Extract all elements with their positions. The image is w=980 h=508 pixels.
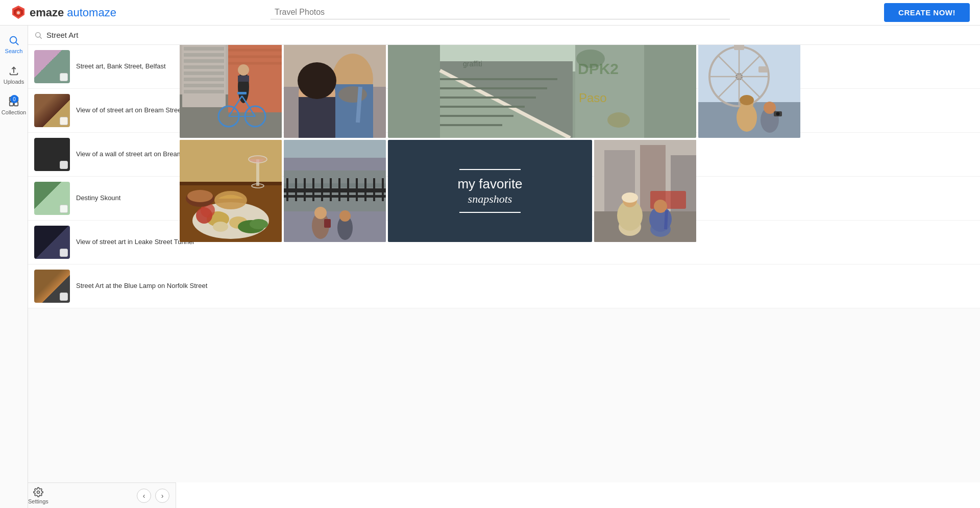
svg-rect-112 <box>356 178 358 201</box>
grid-cell-snapshots[interactable]: my favorite snapshots <box>388 140 592 242</box>
svg-rect-115 <box>382 178 384 201</box>
upload-icon <box>8 65 19 77</box>
svg-line-135 <box>666 210 667 229</box>
svg-rect-37 <box>237 92 247 94</box>
logo-icon <box>10 5 27 21</box>
svg-point-80 <box>776 112 780 116</box>
grid-cell-ferris[interactable] <box>698 36 800 138</box>
thumb-checkbox-2[interactable] <box>60 117 68 125</box>
svg-rect-18 <box>184 59 224 63</box>
sidebar-search-label: Search <box>5 48 23 54</box>
sidebar-item-search[interactable]: Search <box>0 31 28 58</box>
snapshots-text: my favorite snapshots <box>450 176 530 205</box>
settings-button[interactable]: Settings <box>28 487 48 504</box>
svg-rect-24 <box>228 36 282 112</box>
photo-thumb-1 <box>34 50 70 83</box>
photo-label-4: Destiny Skount <box>76 193 120 203</box>
photo-label-5: View of street art in Leake Street Tunne… <box>76 237 194 247</box>
svg-point-12 <box>37 491 39 493</box>
svg-rect-113 <box>364 178 366 201</box>
svg-rect-107 <box>312 178 314 201</box>
svg-rect-31 <box>238 76 249 82</box>
svg-rect-101 <box>284 183 386 187</box>
svg-line-46 <box>358 87 360 123</box>
svg-rect-23 <box>184 90 224 93</box>
sidebar-item-collection[interactable]: 0 Collection <box>0 92 28 119</box>
snapshots-top-line <box>459 169 521 170</box>
grid-cell-staircase[interactable]: graffiti DPK2 Paso <box>388 36 696 138</box>
sidebar-nav: Search Uploads 0 Collection <box>0 26 28 508</box>
thumb-checkbox-5[interactable] <box>60 249 68 257</box>
svg-point-91 <box>250 219 268 229</box>
thumb-checkbox-4[interactable] <box>60 205 68 213</box>
prev-page-button[interactable]: ‹ <box>137 489 151 503</box>
svg-point-97 <box>214 191 247 209</box>
svg-point-10 <box>36 32 40 37</box>
svg-point-96 <box>187 190 213 202</box>
grid-cell-walking[interactable] <box>284 140 386 242</box>
svg-rect-114 <box>373 178 375 201</box>
svg-rect-106 <box>304 178 306 201</box>
svg-point-3 <box>17 11 20 14</box>
svg-rect-15 <box>182 43 226 107</box>
presentation-title-input[interactable] <box>271 6 730 19</box>
svg-rect-22 <box>184 84 224 87</box>
svg-point-30 <box>238 64 249 76</box>
grid-cell-couple[interactable] <box>284 36 386 138</box>
photo-thumb-5 <box>34 226 70 259</box>
svg-point-4 <box>10 37 17 43</box>
svg-line-11 <box>40 37 42 39</box>
svg-point-120 <box>339 210 351 222</box>
svg-rect-20 <box>184 71 224 75</box>
svg-point-62 <box>576 50 605 68</box>
photo-list-item-6[interactable]: Street Art at the Blue Lamp on Norfolk S… <box>28 264 980 308</box>
grid-cell-bike-man[interactable] <box>180 36 282 138</box>
svg-line-5 <box>16 42 18 45</box>
svg-point-76 <box>740 95 754 105</box>
photo-thumb-2 <box>34 94 70 127</box>
search-bar <box>28 26 980 45</box>
search-icon <box>8 35 19 46</box>
svg-point-117 <box>314 207 327 219</box>
main-layout: Search Uploads 0 Collection <box>0 26 980 508</box>
svg-rect-105 <box>295 178 297 201</box>
svg-rect-44 <box>299 97 335 138</box>
thumb-checkbox-1[interactable] <box>60 73 68 81</box>
grid-cell-food[interactable] <box>180 140 282 242</box>
svg-rect-111 <box>347 178 349 201</box>
sidebar-item-uploads[interactable]: Uploads <box>0 61 28 89</box>
svg-text:graffiti: graffiti <box>463 60 482 68</box>
logo-emaze-text: emaze <box>30 6 64 19</box>
thumb-checkbox-3[interactable] <box>60 161 68 169</box>
sidebar-collection-label: Collection <box>2 109 26 115</box>
thumb-checkbox-6[interactable] <box>60 293 68 301</box>
collection-icon-wrap: 0 <box>8 96 19 107</box>
search-bar-icon <box>34 31 42 39</box>
collection-badge: 0 <box>10 95 18 103</box>
svg-rect-21 <box>184 78 224 81</box>
svg-point-42 <box>338 86 367 103</box>
sidebar-uploads-label: Uploads <box>4 79 24 85</box>
svg-point-93 <box>249 156 267 163</box>
snapshots-line1: my favorite <box>457 176 522 192</box>
svg-rect-103 <box>284 195 386 198</box>
svg-point-87 <box>213 222 228 232</box>
svg-rect-102 <box>284 188 386 192</box>
svg-point-45 <box>298 62 336 99</box>
grid-cell-street-couple[interactable] <box>594 140 696 242</box>
photo-thumb-3 <box>34 138 70 171</box>
next-page-button[interactable]: › <box>155 489 169 503</box>
photo-thumb-4 <box>34 182 70 215</box>
svg-rect-19 <box>184 65 224 69</box>
photo-label-6: Street Art at the Blue Lamp on Norfolk S… <box>76 281 207 291</box>
settings-label: Settings <box>28 498 48 504</box>
search-input[interactable] <box>46 31 974 39</box>
center-input-area <box>116 6 884 19</box>
svg-rect-73 <box>758 66 768 72</box>
svg-rect-16 <box>184 47 224 51</box>
snapshots-bottom-line <box>459 212 521 213</box>
settings-icon <box>33 487 43 497</box>
logo: emaze automaze <box>10 5 116 21</box>
create-now-button[interactable]: CREATE NOW! <box>884 3 970 22</box>
svg-rect-118 <box>324 219 331 228</box>
